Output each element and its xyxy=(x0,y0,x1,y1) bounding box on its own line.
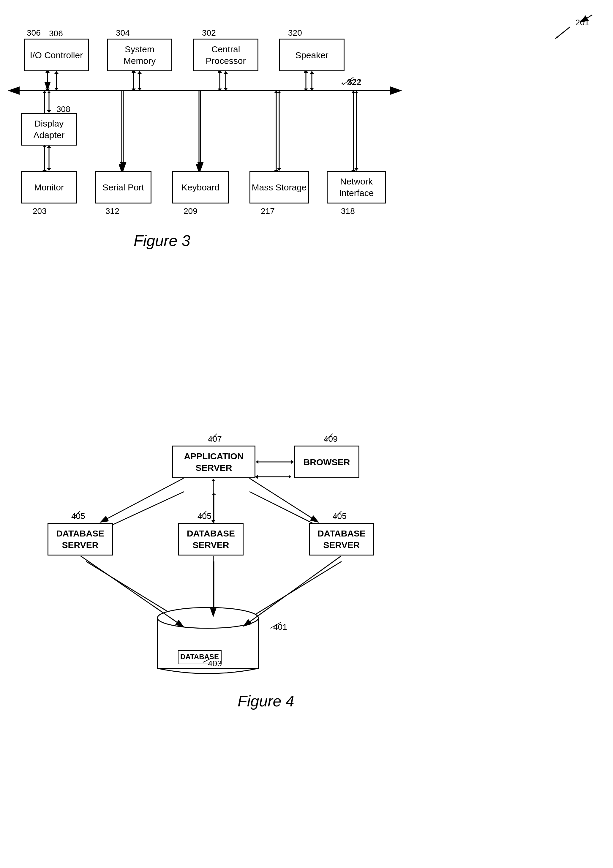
svg-marker-94 xyxy=(211,520,215,523)
svg-marker-62 xyxy=(390,88,392,93)
svg-marker-14 xyxy=(218,88,222,91)
system-memory-box: System Memory xyxy=(107,39,172,71)
svg-line-57 xyxy=(203,658,212,662)
svg-marker-88 xyxy=(354,168,359,171)
ref-209: 209 xyxy=(184,206,198,216)
svg-line-47 xyxy=(209,434,217,441)
svg-marker-33 xyxy=(255,475,258,479)
svg-marker-30 xyxy=(351,91,356,93)
db-server-right-box: DATABASESERVER xyxy=(309,523,374,555)
mass-storage-label: Mass Storage xyxy=(252,181,306,193)
svg-line-96 xyxy=(249,478,318,522)
display-adapter-box: DisplayAdapter xyxy=(21,113,77,146)
svg-line-95 xyxy=(101,478,184,522)
ref-312: 312 xyxy=(105,206,119,216)
ref-304: 304 xyxy=(116,28,130,38)
ref-306: 306 xyxy=(27,28,41,38)
svg-marker-64 xyxy=(54,71,59,74)
db-server-center-label: DATABASESERVER xyxy=(187,528,235,551)
keyboard-label: Keyboard xyxy=(181,181,220,193)
svg-marker-77 xyxy=(47,110,51,113)
svg-marker-93 xyxy=(211,479,215,481)
svg-marker-80 xyxy=(47,168,51,171)
svg-line-100 xyxy=(556,27,570,39)
db-server-right-label: DATABASESERVER xyxy=(317,528,365,551)
svg-line-50 xyxy=(199,511,206,518)
svg-point-53 xyxy=(158,608,259,628)
svg-marker-67 xyxy=(138,71,142,74)
svg-line-48 xyxy=(325,434,333,441)
ref-320: 320 xyxy=(288,28,302,38)
svg-marker-34 xyxy=(289,475,291,479)
svg-marker-84 xyxy=(277,91,281,93)
ref-203: 203 xyxy=(33,206,46,216)
app-server-label: APPLICATIONSERVER xyxy=(184,450,243,474)
svg-marker-91 xyxy=(291,460,293,464)
db-server-left-box: DATABASESERVER xyxy=(48,523,113,555)
monitor-label: Monitor xyxy=(34,181,64,193)
svg-line-56 xyxy=(270,622,281,628)
svg-marker-87 xyxy=(354,91,359,93)
svg-marker-27 xyxy=(274,91,278,93)
svg-marker-22 xyxy=(42,146,46,147)
ref-217: 217 xyxy=(261,206,275,216)
app-server-box: APPLICATIONSERVER xyxy=(172,446,255,478)
db-server-left-label: DATABASESERVER xyxy=(56,528,104,551)
monitor-box: Monitor xyxy=(21,171,77,203)
svg-marker-85 xyxy=(277,168,281,171)
svg-marker-36 xyxy=(212,493,216,494)
figure-4-label: Figure 4 xyxy=(238,692,294,710)
svg-marker-17 xyxy=(304,88,308,91)
speaker-label: Speaker xyxy=(295,49,328,61)
svg-marker-65 xyxy=(54,88,59,91)
figure-3-label: Figure 3 xyxy=(134,232,190,250)
display-adapter-label: DisplayAdapter xyxy=(33,118,65,141)
ref-318: 318 xyxy=(341,206,355,216)
central-processor-label: CentralProcessor xyxy=(206,43,246,67)
svg-marker-61 xyxy=(11,88,12,93)
svg-marker-19 xyxy=(42,91,46,93)
svg-marker-70 xyxy=(224,71,228,74)
system-memory-label: System Memory xyxy=(108,43,171,67)
network-interface-label: NetworkInterface xyxy=(339,175,374,199)
browser-box: BROWSER xyxy=(294,446,359,478)
svg-marker-79 xyxy=(47,146,51,148)
svg-marker-71 xyxy=(224,88,228,91)
svg-line-49 xyxy=(73,511,80,518)
svg-line-51 xyxy=(334,511,342,518)
svg-marker-11 xyxy=(132,88,136,91)
svg-marker-76 xyxy=(47,91,51,93)
keyboard-box: Keyboard xyxy=(172,171,229,203)
io-controller-label: I/O Controller xyxy=(30,49,83,61)
io-controller-box: I/O Controller xyxy=(24,39,89,71)
db-server-center-box: DATABASESERVER xyxy=(178,523,243,555)
serial-port-box: Serial Port xyxy=(95,171,152,203)
ref-322-label: 322 xyxy=(347,78,361,87)
browser-label: BROWSER xyxy=(303,456,350,468)
svg-marker-74 xyxy=(310,88,314,91)
svg-marker-73 xyxy=(310,71,314,74)
svg-line-41 xyxy=(104,491,184,529)
central-processor-box: CentralProcessor xyxy=(193,39,259,71)
ref-302: 302 xyxy=(202,28,216,38)
svg-marker-68 xyxy=(138,88,142,91)
speaker-box: Speaker xyxy=(279,39,345,71)
svg-marker-90 xyxy=(256,460,259,464)
svg-line-43 xyxy=(580,15,592,22)
svg-marker-101 xyxy=(556,36,558,39)
network-interface-box: NetworkInterface xyxy=(327,171,386,203)
ref-squiggle-306: 306 xyxy=(49,29,63,38)
ref-308: 308 xyxy=(56,105,70,114)
svg-marker-46 xyxy=(342,82,343,85)
mass-storage-box: Mass Storage xyxy=(249,171,309,203)
serial-port-label: Serial Port xyxy=(102,181,144,193)
svg-marker-8 xyxy=(45,88,50,91)
